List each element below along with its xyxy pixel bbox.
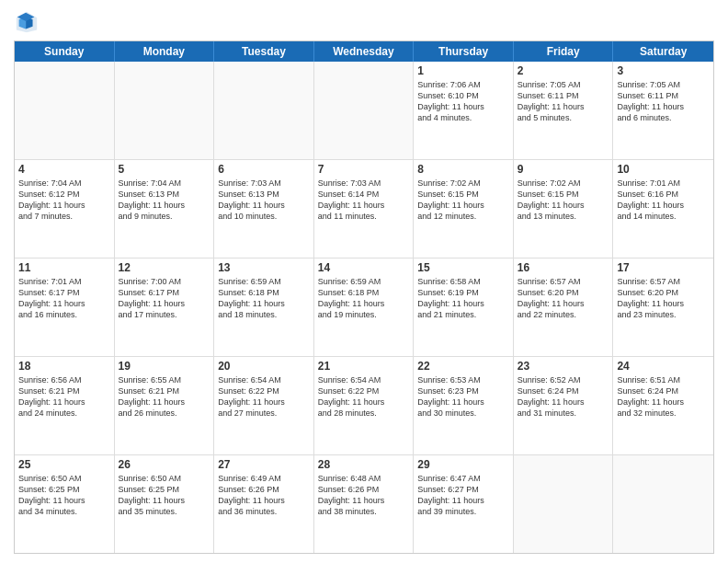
day-number: 5: [119, 163, 210, 176]
calendar-cell: 9Sunrise: 7:02 AM Sunset: 6:15 PM Daylig…: [514, 160, 614, 258]
day-header-sunday: Sunday: [15, 41, 115, 62]
calendar-cell: 17Sunrise: 6:57 AM Sunset: 6:20 PM Dayli…: [613, 259, 713, 356]
cell-info: Sunrise: 6:48 AM Sunset: 6:26 PM Dayligh…: [318, 473, 410, 518]
calendar-cell: 13Sunrise: 6:59 AM Sunset: 6:18 PM Dayli…: [214, 259, 314, 356]
calendar-cell: 7Sunrise: 7:03 AM Sunset: 6:14 PM Daylig…: [314, 160, 415, 258]
day-number: 13: [218, 261, 310, 274]
calendar-cell: 2Sunrise: 7:05 AM Sunset: 6:11 PM Daylig…: [514, 62, 614, 159]
cell-info: Sunrise: 6:56 AM Sunset: 6:21 PM Dayligh…: [18, 374, 110, 419]
logo: [14, 9, 43, 35]
calendar-cell: [214, 62, 314, 159]
calendar-cell: [314, 62, 415, 159]
day-header-tuesday: Tuesday: [214, 41, 314, 62]
day-number: 15: [417, 261, 509, 274]
day-number: 22: [417, 360, 509, 373]
calendar-cell: 26Sunrise: 6:50 AM Sunset: 6:25 PM Dayli…: [115, 455, 215, 553]
day-number: 28: [318, 458, 410, 471]
day-number: 11: [18, 261, 110, 274]
cell-info: Sunrise: 7:05 AM Sunset: 6:11 PM Dayligh…: [518, 79, 609, 124]
calendar-cell: [115, 62, 215, 159]
logo-icon: [14, 9, 40, 35]
header: [14, 9, 714, 35]
cell-info: Sunrise: 6:49 AM Sunset: 6:26 PM Dayligh…: [218, 473, 310, 518]
calendar-cell: 18Sunrise: 6:56 AM Sunset: 6:21 PM Dayli…: [15, 357, 115, 454]
calendar-cell: [613, 455, 713, 553]
day-number: 21: [318, 360, 410, 373]
cell-info: Sunrise: 6:51 AM Sunset: 6:24 PM Dayligh…: [617, 374, 710, 419]
calendar-body: 1Sunrise: 7:06 AM Sunset: 6:10 PM Daylig…: [15, 62, 713, 553]
day-header-saturday: Saturday: [613, 41, 713, 62]
cell-info: Sunrise: 7:01 AM Sunset: 6:17 PM Dayligh…: [18, 276, 110, 321]
calendar-cell: 15Sunrise: 6:58 AM Sunset: 6:19 PM Dayli…: [414, 259, 514, 356]
cell-info: Sunrise: 6:50 AM Sunset: 6:25 PM Dayligh…: [119, 473, 210, 518]
calendar-cell: 21Sunrise: 6:54 AM Sunset: 6:22 PM Dayli…: [314, 357, 415, 454]
calendar-cell: 16Sunrise: 6:57 AM Sunset: 6:20 PM Dayli…: [514, 259, 614, 356]
day-number: 27: [218, 458, 310, 471]
cell-info: Sunrise: 6:58 AM Sunset: 6:19 PM Dayligh…: [417, 276, 509, 321]
cell-info: Sunrise: 6:57 AM Sunset: 6:20 PM Dayligh…: [518, 276, 609, 321]
calendar-cell: 20Sunrise: 6:54 AM Sunset: 6:22 PM Dayli…: [214, 357, 314, 454]
calendar-week-0: 1Sunrise: 7:06 AM Sunset: 6:10 PM Daylig…: [15, 62, 713, 160]
cell-info: Sunrise: 6:59 AM Sunset: 6:18 PM Dayligh…: [218, 276, 310, 321]
calendar-cell: 22Sunrise: 6:53 AM Sunset: 6:23 PM Dayli…: [414, 357, 514, 454]
day-number: 4: [18, 163, 110, 176]
day-number: 19: [119, 360, 210, 373]
cell-info: Sunrise: 7:06 AM Sunset: 6:10 PM Dayligh…: [417, 79, 509, 124]
calendar-cell: 29Sunrise: 6:47 AM Sunset: 6:27 PM Dayli…: [414, 455, 514, 553]
cell-info: Sunrise: 6:59 AM Sunset: 6:18 PM Dayligh…: [318, 276, 410, 321]
calendar-header: SundayMondayTuesdayWednesdayThursdayFrid…: [15, 41, 713, 62]
calendar-cell: 25Sunrise: 6:50 AM Sunset: 6:25 PM Dayli…: [15, 455, 115, 553]
page: SundayMondayTuesdayWednesdayThursdayFrid…: [0, 0, 728, 563]
calendar-cell: 4Sunrise: 7:04 AM Sunset: 6:12 PM Daylig…: [15, 160, 115, 258]
day-number: 26: [119, 458, 210, 471]
calendar-cell: 14Sunrise: 6:59 AM Sunset: 6:18 PM Dayli…: [314, 259, 415, 356]
calendar-cell: 28Sunrise: 6:48 AM Sunset: 6:26 PM Dayli…: [314, 455, 415, 553]
calendar-cell: 23Sunrise: 6:52 AM Sunset: 6:24 PM Dayli…: [514, 357, 614, 454]
cell-info: Sunrise: 7:01 AM Sunset: 6:16 PM Dayligh…: [617, 178, 710, 223]
calendar-cell: [514, 455, 614, 553]
calendar-cell: 27Sunrise: 6:49 AM Sunset: 6:26 PM Dayli…: [214, 455, 314, 553]
day-number: 1: [417, 64, 509, 77]
cell-info: Sunrise: 6:57 AM Sunset: 6:20 PM Dayligh…: [617, 276, 710, 321]
cell-info: Sunrise: 6:54 AM Sunset: 6:22 PM Dayligh…: [218, 374, 310, 419]
calendar-cell: [15, 62, 115, 159]
calendar: SundayMondayTuesdayWednesdayThursdayFrid…: [14, 40, 714, 554]
cell-info: Sunrise: 6:54 AM Sunset: 6:22 PM Dayligh…: [318, 374, 410, 419]
day-number: 25: [18, 458, 110, 471]
day-number: 14: [318, 261, 410, 274]
cell-info: Sunrise: 6:52 AM Sunset: 6:24 PM Dayligh…: [518, 374, 609, 419]
day-header-wednesday: Wednesday: [314, 41, 415, 62]
day-number: 8: [417, 163, 509, 176]
calendar-cell: 11Sunrise: 7:01 AM Sunset: 6:17 PM Dayli…: [15, 259, 115, 356]
day-number: 3: [617, 64, 710, 77]
cell-info: Sunrise: 7:05 AM Sunset: 6:11 PM Dayligh…: [617, 79, 710, 124]
day-number: 7: [318, 163, 410, 176]
day-number: 10: [617, 163, 710, 176]
day-number: 24: [617, 360, 710, 373]
calendar-week-2: 11Sunrise: 7:01 AM Sunset: 6:17 PM Dayli…: [15, 259, 713, 357]
day-number: 29: [417, 458, 509, 471]
day-number: 6: [218, 163, 310, 176]
calendar-week-4: 25Sunrise: 6:50 AM Sunset: 6:25 PM Dayli…: [15, 455, 713, 553]
calendar-week-3: 18Sunrise: 6:56 AM Sunset: 6:21 PM Dayli…: [15, 357, 713, 455]
cell-info: Sunrise: 7:02 AM Sunset: 6:15 PM Dayligh…: [417, 178, 509, 223]
day-number: 12: [119, 261, 210, 274]
day-number: 2: [518, 64, 609, 77]
calendar-cell: 5Sunrise: 7:04 AM Sunset: 6:13 PM Daylig…: [115, 160, 215, 258]
calendar-cell: 19Sunrise: 6:55 AM Sunset: 6:21 PM Dayli…: [115, 357, 215, 454]
day-header-monday: Monday: [115, 41, 215, 62]
cell-info: Sunrise: 6:50 AM Sunset: 6:25 PM Dayligh…: [18, 473, 110, 518]
calendar-week-1: 4Sunrise: 7:04 AM Sunset: 6:12 PM Daylig…: [15, 160, 713, 259]
calendar-cell: 3Sunrise: 7:05 AM Sunset: 6:11 PM Daylig…: [613, 62, 713, 159]
day-header-thursday: Thursday: [414, 41, 514, 62]
cell-info: Sunrise: 7:03 AM Sunset: 6:14 PM Dayligh…: [318, 178, 410, 223]
day-number: 16: [518, 261, 609, 274]
day-number: 17: [617, 261, 710, 274]
day-number: 18: [18, 360, 110, 373]
cell-info: Sunrise: 7:00 AM Sunset: 6:17 PM Dayligh…: [119, 276, 210, 321]
cell-info: Sunrise: 7:03 AM Sunset: 6:13 PM Dayligh…: [218, 178, 310, 223]
day-number: 20: [218, 360, 310, 373]
day-number: 23: [518, 360, 609, 373]
cell-info: Sunrise: 7:04 AM Sunset: 6:12 PM Dayligh…: [18, 178, 110, 223]
calendar-cell: 24Sunrise: 6:51 AM Sunset: 6:24 PM Dayli…: [613, 357, 713, 454]
